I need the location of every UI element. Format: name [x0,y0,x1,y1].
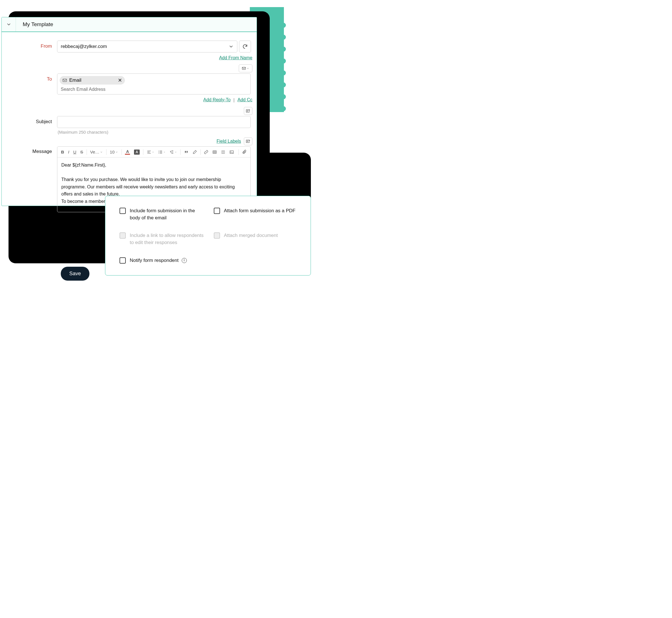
table-icon [213,150,217,154]
panel-title: My Template [16,21,53,27]
insert-field-icon [246,139,250,143]
attach-pdf-label: Attach form submission as a PDF [224,207,296,214]
info-icon[interactable]: i [182,258,187,263]
clear-format-button[interactable] [191,149,198,155]
font-color-button[interactable]: A [123,148,132,156]
notify-respondent-label: Notify form respondent i [130,257,187,264]
envelope-icon [242,67,246,70]
strikethrough-button[interactable]: S [79,149,85,155]
include-edit-link-label: Include a link to allow respondents to e… [130,232,205,246]
options-row-1: Include form submission in the body of t… [119,207,299,221]
from-row: From rebbecaj@zylker.com [2,40,257,53]
image-button[interactable] [228,149,235,155]
separator [200,149,201,155]
chevron-down-icon [175,151,177,153]
decorative-bump [281,94,286,99]
attach-pdf-checkbox[interactable] [214,208,220,214]
svg-point-17 [159,151,159,151]
from-label: From [2,40,57,53]
decorative-bump [281,70,286,76]
include-edit-link-checkbox [119,232,126,239]
to-type-button[interactable] [239,65,252,72]
attachment-button[interactable] [241,149,248,156]
subject-input[interactable] [57,116,251,128]
align-button[interactable] [145,149,156,155]
include-submission-option: Include form submission in the body of t… [119,207,205,221]
add-from-name-link[interactable]: Add From Name [219,55,252,61]
hr-icon [221,150,226,154]
to-links: Add Reply-To | Add Cc [2,97,257,103]
svg-point-18 [159,152,159,152]
include-submission-checkbox[interactable] [119,208,126,214]
to-search-placeholder: Search Email Address [60,87,248,92]
decorative-bump [281,106,286,111]
quote-button[interactable] [182,149,190,155]
font-size-select[interactable]: 10 [108,149,119,155]
insert-field-button[interactable] [244,107,252,115]
options-row-3: Notify form respondent i [119,257,299,264]
paperclip-icon [242,149,247,154]
message-links-row: Field Labels [2,137,257,145]
subject-label: Subject [2,116,57,134]
include-submission-label: Include form submission in the body of t… [130,207,205,221]
decorative-bump [281,59,286,64]
divider: | [233,97,235,103]
collapse-button[interactable] [2,17,16,31]
chevron-down-icon [152,151,154,153]
panel-header: My Template [2,17,257,32]
link-button[interactable] [202,149,210,155]
link-icon [204,150,208,154]
add-reply-to-link[interactable]: Add Reply-To [203,97,231,103]
message-label: Message [2,146,57,212]
from-select[interactable]: rebbecaj@zylker.com [57,40,237,53]
bg-color-button[interactable]: A [133,149,141,156]
attach-merged-option: Attach merged document [214,232,300,246]
add-cc-link[interactable]: Add Cc [238,97,252,103]
attach-merged-label: Attach merged document [224,232,278,239]
image-icon [229,150,234,154]
options-row-2: Include a link to allow respondents to e… [119,232,299,246]
svg-point-19 [159,153,159,153]
decorative-bump [281,35,286,40]
font-family-select[interactable]: Ve… [89,149,104,155]
refresh-icon [242,44,248,49]
save-button[interactable]: Save [61,267,89,281]
italic-button[interactable]: I [67,149,71,155]
indent-button[interactable] [168,149,178,155]
table-button[interactable] [211,149,218,155]
list-icon [158,150,163,154]
svg-rect-1 [63,79,67,82]
subject-insert-row [2,107,257,115]
bold-button[interactable]: B [60,149,66,155]
subject-helper: (Maximum 250 characters) [58,130,252,134]
chip-remove-button[interactable]: ✕ [118,77,122,83]
hr-button[interactable] [220,149,227,155]
notify-respondent-option: Notify form respondent i [119,257,299,264]
to-selector-row [2,65,257,72]
to-input-box[interactable]: Email ✕ Search Email Address [57,74,251,95]
insert-field-icon [246,109,250,113]
insert-field-button[interactable] [244,137,252,145]
quote-icon [184,150,188,154]
svg-rect-0 [242,67,246,70]
email-chip: Email ✕ [60,76,125,85]
from-value: rebbecaj@zylker.com [61,44,229,49]
decorative-bump [281,23,286,28]
attach-pdf-option: Attach form submission as a PDF [214,207,300,221]
chevron-down-icon [6,22,11,27]
field-labels-link[interactable]: Field Labels [217,139,241,144]
chevron-down-icon [246,67,249,70]
list-button[interactable] [157,149,167,155]
message-line2: Thank you for you purchase. We would lik… [61,176,246,198]
subject-row: Subject (Maximum 250 characters) [2,116,257,134]
chevron-down-icon [115,151,118,153]
underline-button[interactable]: U [72,149,78,155]
align-icon [147,150,151,154]
refresh-button[interactable] [239,40,251,53]
separator [106,149,106,155]
attach-merged-checkbox [214,232,220,239]
separator [121,149,122,155]
notify-respondent-checkbox[interactable] [119,258,126,264]
include-edit-link-option: Include a link to allow respondents to e… [119,232,205,246]
eraser-icon [192,150,197,154]
